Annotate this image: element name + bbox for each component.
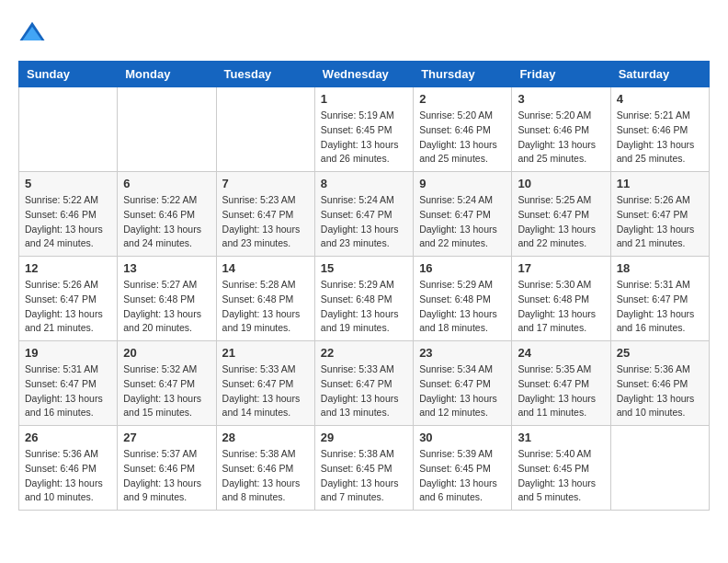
calendar-cell: 1Sunrise: 5:19 AM Sunset: 6:45 PM Daylig… bbox=[314, 87, 413, 172]
day-info: Sunrise: 5:33 AM Sunset: 6:47 PM Dayligh… bbox=[222, 362, 309, 420]
calendar-cell: 11Sunrise: 5:26 AM Sunset: 6:47 PM Dayli… bbox=[610, 172, 709, 257]
calendar-cell: 12Sunrise: 5:26 AM Sunset: 6:47 PM Dayli… bbox=[19, 257, 118, 341]
day-number: 19 bbox=[25, 346, 111, 360]
day-number: 7 bbox=[222, 177, 309, 190]
day-number: 30 bbox=[419, 431, 506, 444]
day-number: 13 bbox=[123, 261, 210, 275]
day-info: Sunrise: 5:29 AM Sunset: 6:48 PM Dayligh… bbox=[321, 278, 407, 336]
calendar-cell: 30Sunrise: 5:39 AM Sunset: 6:45 PM Dayli… bbox=[414, 426, 512, 511]
calendar-cell: 24Sunrise: 5:35 AM Sunset: 6:47 PM Dayli… bbox=[512, 341, 610, 426]
day-number: 20 bbox=[123, 346, 210, 360]
calendar-cell: 5Sunrise: 5:22 AM Sunset: 6:46 PM Daylig… bbox=[19, 172, 118, 257]
day-number: 25 bbox=[617, 346, 703, 360]
day-info: Sunrise: 5:36 AM Sunset: 6:46 PM Dayligh… bbox=[617, 362, 703, 420]
calendar-cell: 4Sunrise: 5:21 AM Sunset: 6:46 PM Daylig… bbox=[610, 87, 709, 172]
calendar-cell: 9Sunrise: 5:24 AM Sunset: 6:47 PM Daylig… bbox=[414, 172, 512, 257]
day-info: Sunrise: 5:37 AM Sunset: 6:46 PM Dayligh… bbox=[123, 447, 210, 505]
day-number: 21 bbox=[222, 346, 309, 360]
day-info: Sunrise: 5:27 AM Sunset: 6:48 PM Dayligh… bbox=[123, 278, 210, 336]
logo bbox=[18, 18, 50, 46]
calendar-week-row: 19Sunrise: 5:31 AM Sunset: 6:47 PM Dayli… bbox=[19, 341, 710, 426]
day-info: Sunrise: 5:34 AM Sunset: 6:47 PM Dayligh… bbox=[419, 362, 506, 420]
calendar-cell: 23Sunrise: 5:34 AM Sunset: 6:47 PM Dayli… bbox=[414, 341, 512, 426]
day-info: Sunrise: 5:30 AM Sunset: 6:48 PM Dayligh… bbox=[518, 278, 604, 336]
calendar-cell: 3Sunrise: 5:20 AM Sunset: 6:46 PM Daylig… bbox=[512, 87, 610, 172]
weekday-header: Thursday bbox=[414, 62, 512, 87]
calendar-cell: 6Sunrise: 5:22 AM Sunset: 6:46 PM Daylig… bbox=[118, 172, 216, 257]
calendar-cell: 8Sunrise: 5:24 AM Sunset: 6:47 PM Daylig… bbox=[314, 172, 413, 257]
day-number: 4 bbox=[617, 92, 703, 106]
calendar-cell: 29Sunrise: 5:38 AM Sunset: 6:45 PM Dayli… bbox=[314, 426, 413, 511]
day-number: 18 bbox=[617, 261, 703, 275]
calendar-week-row: 5Sunrise: 5:22 AM Sunset: 6:46 PM Daylig… bbox=[19, 172, 710, 257]
calendar-cell bbox=[610, 426, 709, 511]
day-number: 10 bbox=[518, 177, 604, 190]
day-info: Sunrise: 5:25 AM Sunset: 6:47 PM Dayligh… bbox=[518, 193, 604, 251]
day-info: Sunrise: 5:38 AM Sunset: 6:45 PM Dayligh… bbox=[321, 447, 407, 505]
day-number: 12 bbox=[25, 261, 111, 275]
day-info: Sunrise: 5:24 AM Sunset: 6:47 PM Dayligh… bbox=[419, 193, 506, 251]
calendar-cell: 15Sunrise: 5:29 AM Sunset: 6:48 PM Dayli… bbox=[314, 257, 413, 341]
day-number: 8 bbox=[321, 177, 407, 190]
day-info: Sunrise: 5:24 AM Sunset: 6:47 PM Dayligh… bbox=[321, 193, 407, 251]
day-number: 15 bbox=[321, 261, 407, 275]
day-info: Sunrise: 5:31 AM Sunset: 6:47 PM Dayligh… bbox=[25, 362, 111, 420]
calendar-week-row: 26Sunrise: 5:36 AM Sunset: 6:46 PM Dayli… bbox=[19, 426, 710, 511]
day-info: Sunrise: 5:26 AM Sunset: 6:47 PM Dayligh… bbox=[617, 193, 703, 251]
day-number: 24 bbox=[518, 346, 604, 360]
weekday-header: Wednesday bbox=[314, 62, 413, 87]
day-info: Sunrise: 5:23 AM Sunset: 6:47 PM Dayligh… bbox=[222, 193, 309, 251]
calendar-cell: 31Sunrise: 5:40 AM Sunset: 6:45 PM Dayli… bbox=[512, 426, 610, 511]
calendar-cell: 10Sunrise: 5:25 AM Sunset: 6:47 PM Dayli… bbox=[512, 172, 610, 257]
day-info: Sunrise: 5:39 AM Sunset: 6:45 PM Dayligh… bbox=[419, 447, 506, 505]
calendar-cell: 2Sunrise: 5:20 AM Sunset: 6:46 PM Daylig… bbox=[414, 87, 512, 172]
calendar-week-row: 1Sunrise: 5:19 AM Sunset: 6:45 PM Daylig… bbox=[19, 87, 710, 172]
day-number: 17 bbox=[518, 261, 604, 275]
day-info: Sunrise: 5:19 AM Sunset: 6:45 PM Dayligh… bbox=[321, 109, 407, 167]
calendar-cell: 21Sunrise: 5:33 AM Sunset: 6:47 PM Dayli… bbox=[216, 341, 314, 426]
calendar-header-row: SundayMondayTuesdayWednesdayThursdayFrid… bbox=[19, 62, 710, 87]
day-number: 26 bbox=[25, 431, 111, 444]
day-number: 23 bbox=[419, 346, 506, 360]
day-number: 5 bbox=[25, 177, 111, 190]
calendar-cell: 19Sunrise: 5:31 AM Sunset: 6:47 PM Dayli… bbox=[19, 341, 118, 426]
calendar-cell: 16Sunrise: 5:29 AM Sunset: 6:48 PM Dayli… bbox=[414, 257, 512, 341]
calendar-cell: 13Sunrise: 5:27 AM Sunset: 6:48 PM Dayli… bbox=[118, 257, 216, 341]
day-number: 3 bbox=[518, 92, 604, 106]
day-info: Sunrise: 5:21 AM Sunset: 6:46 PM Dayligh… bbox=[617, 109, 703, 167]
weekday-header: Tuesday bbox=[216, 62, 314, 87]
day-number: 22 bbox=[321, 346, 407, 360]
day-info: Sunrise: 5:28 AM Sunset: 6:48 PM Dayligh… bbox=[222, 278, 309, 336]
day-number: 28 bbox=[222, 431, 309, 444]
calendar-cell: 26Sunrise: 5:36 AM Sunset: 6:46 PM Dayli… bbox=[19, 426, 118, 511]
day-info: Sunrise: 5:32 AM Sunset: 6:47 PM Dayligh… bbox=[123, 362, 210, 420]
day-number: 27 bbox=[123, 431, 210, 444]
calendar-cell: 27Sunrise: 5:37 AM Sunset: 6:46 PM Dayli… bbox=[118, 426, 216, 511]
day-info: Sunrise: 5:38 AM Sunset: 6:46 PM Dayligh… bbox=[222, 447, 309, 505]
day-number: 29 bbox=[321, 431, 407, 444]
day-info: Sunrise: 5:22 AM Sunset: 6:46 PM Dayligh… bbox=[123, 193, 210, 251]
day-info: Sunrise: 5:31 AM Sunset: 6:47 PM Dayligh… bbox=[617, 278, 703, 336]
calendar-cell: 28Sunrise: 5:38 AM Sunset: 6:46 PM Dayli… bbox=[216, 426, 314, 511]
day-number: 16 bbox=[419, 261, 506, 275]
day-number: 9 bbox=[419, 177, 506, 190]
day-info: Sunrise: 5:35 AM Sunset: 6:47 PM Dayligh… bbox=[518, 362, 604, 420]
calendar-cell: 25Sunrise: 5:36 AM Sunset: 6:46 PM Dayli… bbox=[610, 341, 709, 426]
calendar-cell: 17Sunrise: 5:30 AM Sunset: 6:48 PM Dayli… bbox=[512, 257, 610, 341]
day-number: 1 bbox=[321, 92, 407, 106]
day-number: 6 bbox=[123, 177, 210, 190]
day-number: 11 bbox=[617, 177, 703, 190]
weekday-header: Saturday bbox=[610, 62, 709, 87]
weekday-header: Friday bbox=[512, 62, 610, 87]
calendar-cell: 14Sunrise: 5:28 AM Sunset: 6:48 PM Dayli… bbox=[216, 257, 314, 341]
day-info: Sunrise: 5:22 AM Sunset: 6:46 PM Dayligh… bbox=[25, 193, 111, 251]
day-info: Sunrise: 5:20 AM Sunset: 6:46 PM Dayligh… bbox=[419, 109, 506, 167]
weekday-header: Sunday bbox=[19, 62, 118, 87]
logo-icon bbox=[18, 18, 46, 46]
calendar-cell bbox=[19, 87, 118, 172]
calendar-cell: 18Sunrise: 5:31 AM Sunset: 6:47 PM Dayli… bbox=[610, 257, 709, 341]
day-info: Sunrise: 5:26 AM Sunset: 6:47 PM Dayligh… bbox=[25, 278, 111, 336]
calendar-cell bbox=[118, 87, 216, 172]
day-info: Sunrise: 5:20 AM Sunset: 6:46 PM Dayligh… bbox=[518, 109, 604, 167]
day-info: Sunrise: 5:29 AM Sunset: 6:48 PM Dayligh… bbox=[419, 278, 506, 336]
